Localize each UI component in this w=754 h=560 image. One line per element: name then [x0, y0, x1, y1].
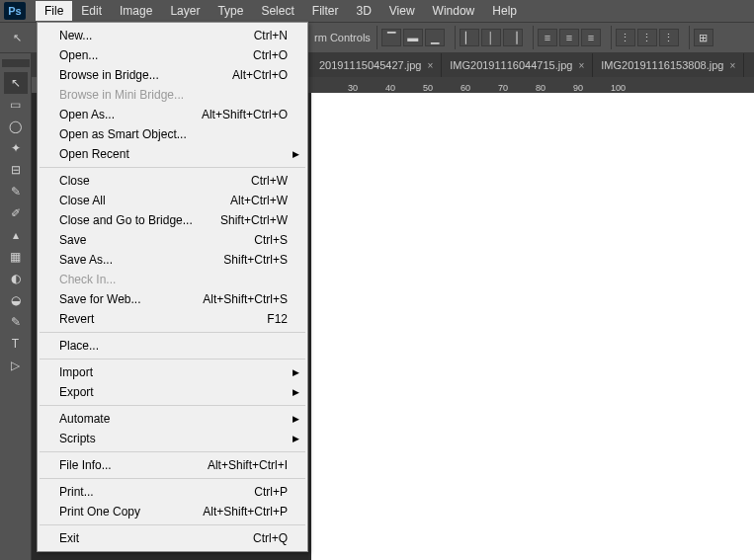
menu-item-save-as[interactable]: Save As...Shift+Ctrl+S [38, 250, 307, 270]
menu-filter[interactable]: Filter [303, 1, 348, 21]
menu-item-shortcut: Ctrl+N [254, 29, 288, 42]
tool-3[interactable]: ✦ [4, 137, 28, 159]
tool-0[interactable]: ↖ [4, 72, 28, 94]
menu-item-scripts[interactable]: Scripts▶ [38, 429, 307, 448]
menu-select[interactable]: Select [252, 1, 302, 21]
menu-item-new[interactable]: New...Ctrl+N [38, 26, 307, 45]
tools-panel: ↖▭◯✦⊟✎✐▴▦◐◒✎T▷ [0, 53, 32, 560]
tool-8[interactable]: ▦ [4, 246, 28, 268]
distribute-vcenter-icon[interactable]: ≡ [559, 29, 579, 46]
align-bottom-icon[interactable]: ▁ [425, 29, 445, 46]
menu-item-close-all[interactable]: Close AllAlt+Ctrl+W [38, 191, 307, 210]
menu-edit[interactable]: Edit [72, 1, 111, 21]
submenu-arrow-icon: ▶ [293, 149, 299, 159]
menu-item-label: Check In... [59, 273, 116, 286]
auto-align-icon[interactable]: ⊞ [694, 29, 713, 46]
tool-7[interactable]: ▴ [4, 224, 28, 246]
menu-item-open[interactable]: Open...Ctrl+O [38, 45, 307, 65]
menu-item-label: Close All [59, 194, 106, 207]
menu-item-close[interactable]: CloseCtrl+W [38, 171, 307, 191]
tool-9[interactable]: ◐ [4, 268, 28, 289]
menu-item-save[interactable]: SaveCtrl+S [38, 230, 307, 250]
document-tab[interactable]: 20191115045427.jpg× [311, 53, 442, 77]
menu-item-revert[interactable]: RevertF12 [38, 309, 307, 329]
tool-6[interactable]: ✐ [4, 202, 28, 224]
menu-file[interactable]: File [36, 1, 72, 21]
distribute-top-icon[interactable]: ≡ [538, 29, 557, 46]
menu-item-label: Export [59, 385, 94, 399]
menu-item-shortcut: Alt+Ctrl+O [232, 68, 288, 82]
tool-10[interactable]: ◒ [4, 289, 28, 311]
align-hcenter-icon[interactable]: │ [481, 29, 501, 46]
menu-item-label: Scripts [59, 432, 96, 445]
distribute-left-icon[interactable]: ⋮ [616, 29, 635, 46]
menu-separator [40, 167, 305, 168]
close-icon[interactable]: × [427, 60, 433, 71]
menu-layer[interactable]: Layer [161, 1, 209, 21]
menu-item-label: Print... [59, 485, 94, 499]
menu-item-shortcut: Shift+Ctrl+W [220, 213, 288, 227]
menu-item-close-and-go-to-bridge[interactable]: Close and Go to Bridge...Shift+Ctrl+W [38, 210, 307, 230]
menu-item-label: Browse in Mini Bridge... [59, 88, 184, 102]
menu-item-label: Import [59, 365, 93, 379]
menu-help[interactable]: Help [483, 1, 526, 21]
menu-item-place[interactable]: Place... [38, 336, 307, 356]
menu-window[interactable]: Window [424, 1, 484, 21]
menu-item-shortcut: Ctrl+W [251, 174, 288, 188]
menu-item-print-one-copy[interactable]: Print One CopyAlt+Shift+Ctrl+P [38, 502, 307, 521]
menu-separator [40, 478, 305, 479]
distribute-bottom-icon[interactable]: ≡ [581, 29, 601, 46]
menu-3d[interactable]: 3D [347, 1, 379, 21]
align-right-icon[interactable]: ▕ [503, 29, 523, 46]
tool-12[interactable]: T [4, 333, 28, 355]
tool-2[interactable]: ◯ [4, 116, 28, 137]
ruler-tick: 70 [498, 83, 508, 93]
menu-item-label: Browse in Bridge... [59, 68, 159, 82]
align-top-icon[interactable]: ▔ [381, 29, 401, 46]
app-logo: Ps [4, 2, 26, 20]
ruler-tick: 60 [461, 83, 470, 93]
menu-item-exit[interactable]: ExitCtrl+Q [38, 528, 307, 548]
menu-item-save-for-web[interactable]: Save for Web...Alt+Shift+Ctrl+S [38, 289, 307, 309]
menu-item-shortcut: Shift+Ctrl+S [223, 253, 288, 267]
menu-image[interactable]: Image [111, 1, 161, 21]
menu-item-label: Open Recent [59, 147, 129, 161]
tools-tab-handle-icon[interactable] [2, 59, 30, 67]
menu-type[interactable]: Type [209, 1, 252, 21]
menu-item-label: Save [59, 233, 86, 247]
menu-item-open-recent[interactable]: Open Recent▶ [38, 144, 307, 164]
menu-item-shortcut: Alt+Shift+Ctrl+I [208, 458, 288, 472]
tool-13[interactable]: ▷ [4, 355, 28, 376]
ruler-tick: 90 [573, 83, 583, 93]
menu-view[interactable]: View [380, 1, 424, 21]
menu-item-open-as-smart-object[interactable]: Open as Smart Object... [38, 124, 307, 144]
canvas[interactable] [311, 93, 754, 560]
align-vcenter-icon[interactable]: ▬ [403, 29, 423, 46]
menu-item-import[interactable]: Import▶ [38, 362, 307, 382]
tab-title: 20191115045427.jpg [319, 59, 421, 71]
menu-separator [40, 359, 305, 360]
menu-item-open-as[interactable]: Open As...Alt+Shift+Ctrl+O [38, 105, 307, 124]
distribute-right-icon[interactable]: ⋮ [659, 29, 679, 46]
tab-title: IMG20191116044715.jpg [450, 59, 572, 71]
align-left-icon[interactable]: ▏ [460, 29, 479, 46]
document-tab[interactable]: IMG20191116044715.jpg× [442, 53, 593, 77]
tool-1[interactable]: ▭ [4, 94, 28, 116]
tool-11[interactable]: ✎ [4, 311, 28, 333]
menu-item-export[interactable]: Export▶ [38, 382, 307, 402]
document-tab[interactable]: IMG20191116153808.jpg× [593, 53, 744, 77]
menu-item-label: New... [59, 29, 92, 42]
menu-item-label: Print One Copy [59, 505, 140, 519]
menu-item-browse-in-bridge[interactable]: Browse in Bridge...Alt+Ctrl+O [38, 65, 307, 85]
menu-item-file-info[interactable]: File Info...Alt+Shift+Ctrl+I [38, 455, 307, 475]
distribute-hcenter-icon[interactable]: ⋮ [637, 29, 657, 46]
menu-item-automate[interactable]: Automate▶ [38, 409, 307, 429]
close-icon[interactable]: × [578, 60, 584, 71]
tool-4[interactable]: ⊟ [4, 159, 28, 181]
menu-item-shortcut: Alt+Ctrl+W [230, 194, 288, 207]
move-cursor-icon: ↖ [8, 29, 26, 46]
menu-item-print[interactable]: Print...Ctrl+P [38, 482, 307, 502]
menu-item-label: Automate [59, 412, 110, 426]
close-icon[interactable]: × [729, 60, 735, 71]
tool-5[interactable]: ✎ [4, 181, 28, 202]
